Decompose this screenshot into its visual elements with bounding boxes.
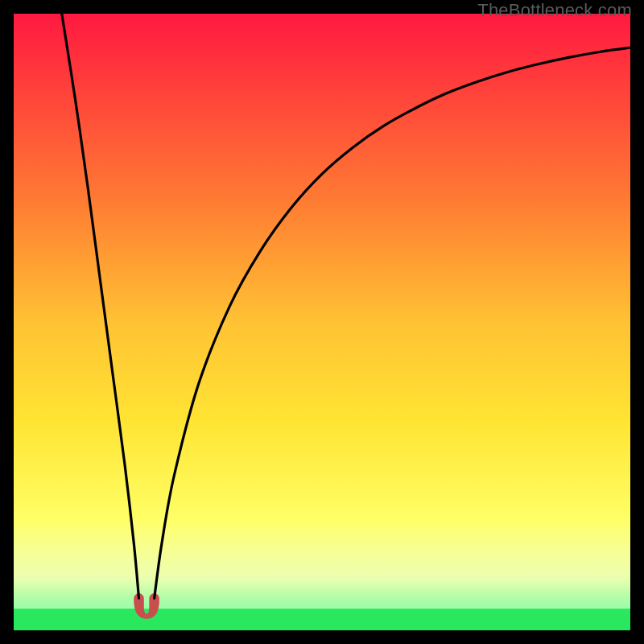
watermark-text: TheBottleneck.com bbox=[477, 0, 632, 21]
bottom-green-band bbox=[14, 609, 630, 630]
bottleneck-chart bbox=[14, 14, 630, 630]
bottom-fade-band bbox=[14, 519, 630, 609]
chart-frame bbox=[14, 14, 630, 630]
